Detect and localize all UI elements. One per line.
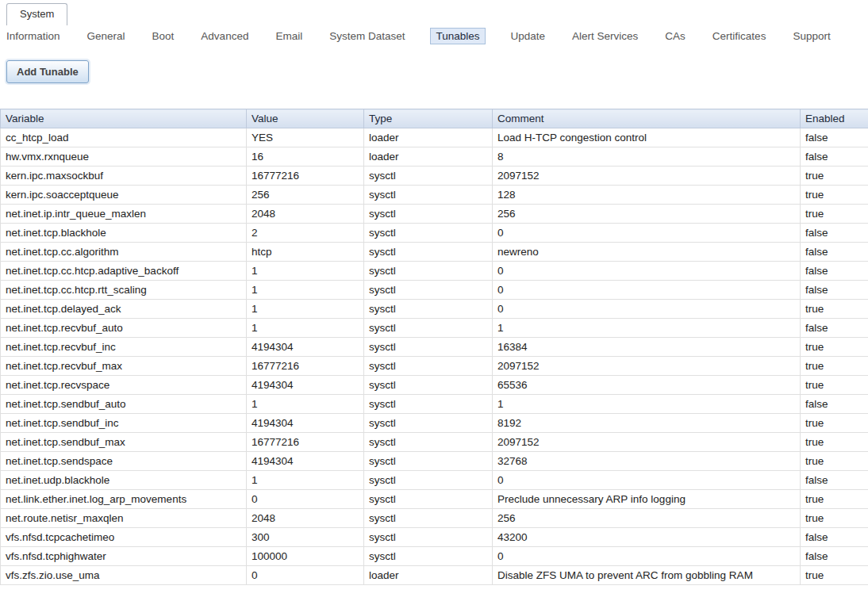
table-row[interactable]: vfs.zfs.zio.use_uma0loaderDisable ZFS UM… [1, 566, 868, 585]
table-row[interactable]: net.inet.tcp.sendbuf_max16777216sysctl20… [1, 433, 868, 452]
cell-comment: 256 [493, 205, 801, 224]
nav-item-system-dataset[interactable]: System Dataset [328, 28, 406, 44]
cell-value: htcp [247, 243, 364, 262]
table-row[interactable]: net.route.netisr_maxqlen2048sysctl256tru… [1, 509, 868, 528]
cell-variable: net.inet.ip.intr_queue_maxlen [1, 205, 247, 224]
cell-comment: Preclude unnecessary ARP info logging [493, 490, 801, 509]
column-header-enabled[interactable]: Enabled [801, 109, 868, 128]
table-row[interactable]: net.inet.tcp.cc.htcp.rtt_scaling1sysctl0… [1, 281, 868, 300]
table-row[interactable]: net.link.ether.inet.log_arp_movements0sy… [1, 490, 868, 509]
table-row[interactable]: net.inet.tcp.sendbuf_inc4194304sysctl819… [1, 414, 868, 433]
cell-variable: net.inet.tcp.recvspace [1, 376, 247, 395]
add-tunable-button[interactable]: Add Tunable [6, 60, 89, 83]
cell-comment: 1 [493, 395, 801, 414]
cell-type: sysctl [364, 528, 493, 547]
cell-comment: 8 [493, 147, 801, 167]
cell-enabled: true [801, 566, 868, 585]
cell-variable: net.inet.tcp.sendbuf_inc [1, 414, 247, 433]
cell-comment: 2097152 [493, 433, 801, 452]
cell-enabled: false [801, 243, 868, 262]
cell-type: sysctl [364, 452, 493, 471]
cell-value: 16777216 [247, 357, 364, 376]
cell-type: loader [364, 128, 493, 147]
cell-type: sysctl [364, 547, 493, 566]
table-row[interactable]: cc_htcp_loadYESloaderLoad H-TCP congesti… [1, 128, 868, 147]
cell-enabled: true [801, 300, 868, 319]
cell-type: sysctl [364, 471, 493, 490]
table-header-row: VariableValueTypeCommentEnabled [1, 109, 868, 128]
cell-variable: vfs.nfsd.tcphighwater [1, 547, 247, 566]
nav-item-tunables[interactable]: Tunables [430, 28, 485, 44]
table-row[interactable]: net.inet.udp.blackhole1sysctl0false [1, 471, 868, 490]
column-header-value[interactable]: Value [247, 109, 364, 128]
cell-comment: 65536 [493, 376, 801, 395]
cell-type: sysctl [364, 338, 493, 357]
cell-value: YES [247, 128, 364, 147]
column-header-type[interactable]: Type [364, 109, 493, 128]
cell-variable: kern.ipc.soacceptqueue [1, 186, 247, 205]
cell-variable: net.inet.tcp.blackhole [1, 224, 247, 243]
table-row[interactable]: kern.ipc.maxsockbuf16777216sysctl2097152… [1, 167, 868, 186]
cell-type: sysctl [364, 395, 493, 414]
tunables-table-wrap: VariableValueTypeCommentEnabled cc_htcp_… [0, 109, 868, 585]
cell-value: 2048 [247, 509, 364, 528]
nav-item-certificates[interactable]: Certificates [711, 28, 768, 44]
cell-comment: 256 [493, 509, 801, 528]
cell-value: 100000 [247, 547, 364, 566]
cell-value: 4194304 [247, 338, 364, 357]
table-row[interactable]: net.inet.tcp.cc.htcp.adaptive_backoff1sy… [1, 262, 868, 281]
cell-value: 0 [247, 566, 364, 585]
table-row[interactable]: vfs.nfsd.tcpcachetimeo300sysctl43200fals… [1, 528, 868, 547]
table-row[interactable]: hw.vmx.rxnqueue16loader8false [1, 147, 868, 167]
tunables-table: VariableValueTypeCommentEnabled cc_htcp_… [0, 109, 868, 585]
table-row[interactable]: net.inet.tcp.sendbuf_auto1sysctl1false [1, 395, 868, 414]
nav-item-support[interactable]: Support [791, 28, 832, 44]
cell-comment: Load H-TCP congestion control [493, 128, 801, 147]
cell-comment: 0 [493, 262, 801, 281]
cell-type: sysctl [364, 224, 493, 243]
cell-enabled: false [801, 547, 868, 566]
cell-value: 0 [247, 490, 364, 509]
cell-enabled: true [801, 357, 868, 376]
nav-item-information[interactable]: Information [5, 28, 62, 44]
table-row[interactable]: vfs.nfsd.tcphighwater100000sysctl0false [1, 547, 868, 566]
cell-variable: net.route.netisr_maxqlen [1, 509, 247, 528]
nav-item-advanced[interactable]: Advanced [199, 28, 250, 44]
nav-item-alert-services[interactable]: Alert Services [570, 28, 639, 44]
cell-type: sysctl [364, 167, 493, 186]
table-row[interactable]: net.inet.tcp.recvbuf_inc4194304sysctl163… [1, 338, 868, 357]
table-body: cc_htcp_loadYESloaderLoad H-TCP congesti… [1, 128, 868, 585]
column-header-variable[interactable]: Variable [1, 109, 247, 128]
cell-type: sysctl [364, 357, 493, 376]
nav-item-cas[interactable]: CAs [663, 28, 687, 44]
nav-item-general[interactable]: General [86, 28, 127, 44]
cell-comment: 0 [493, 471, 801, 490]
table-row[interactable]: net.inet.tcp.delayed_ack1sysctl0true [1, 300, 868, 319]
cell-variable: cc_htcp_load [1, 128, 247, 147]
table-row[interactable]: net.inet.tcp.recvbuf_auto1sysctl1false [1, 319, 868, 338]
cell-enabled: true [801, 433, 868, 452]
table-row[interactable]: net.inet.tcp.recvbuf_max16777216sysctl20… [1, 357, 868, 376]
cell-comment: 0 [493, 281, 801, 300]
table-row[interactable]: net.inet.tcp.blackhole2sysctl0false [1, 224, 868, 243]
cell-value: 2048 [247, 205, 364, 224]
cell-variable: net.inet.tcp.cc.htcp.rtt_scaling [1, 281, 247, 300]
table-row[interactable]: net.inet.tcp.recvspace4194304sysctl65536… [1, 376, 868, 395]
table-row[interactable]: net.inet.ip.intr_queue_maxlen2048sysctl2… [1, 205, 868, 224]
cell-value: 4194304 [247, 414, 364, 433]
table-row[interactable]: net.inet.tcp.sendspace4194304sysctl32768… [1, 452, 868, 471]
cell-variable: net.inet.tcp.sendspace [1, 452, 247, 471]
nav-item-boot[interactable]: Boot [151, 28, 176, 44]
cell-variable: hw.vmx.rxnqueue [1, 147, 247, 167]
table-row[interactable]: net.inet.tcp.cc.algorithmhtcpsysctlnewre… [1, 243, 868, 262]
tab-system[interactable]: System [6, 3, 67, 25]
cell-enabled: true [801, 167, 868, 186]
nav-item-update[interactable]: Update [509, 28, 547, 44]
nav-item-email[interactable]: Email [274, 28, 304, 44]
table-row[interactable]: kern.ipc.soacceptqueue256sysctl128true [1, 186, 868, 205]
cell-variable: vfs.nfsd.tcpcachetimeo [1, 528, 247, 547]
cell-enabled: true [801, 376, 868, 395]
column-header-comment[interactable]: Comment [493, 109, 801, 128]
cell-value: 1 [247, 300, 364, 319]
cell-comment: 0 [493, 547, 801, 566]
